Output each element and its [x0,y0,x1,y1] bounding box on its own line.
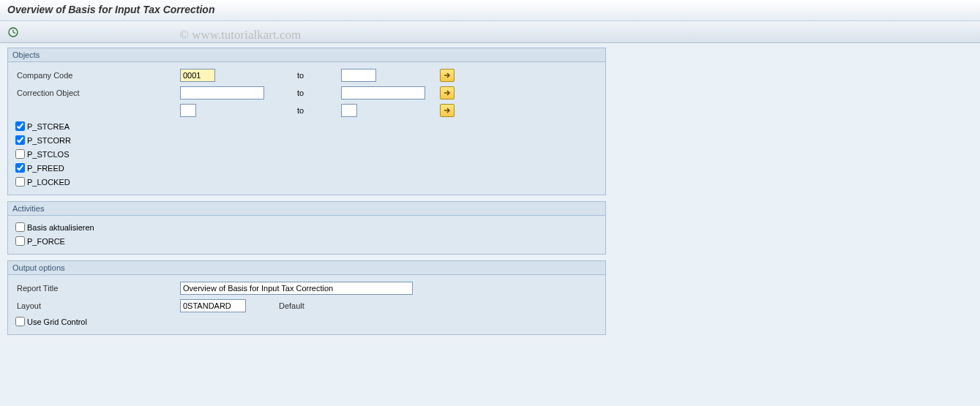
basis-row: Basis aktualisieren [15,220,598,234]
arrow-right-icon [444,107,451,114]
use-grid-row: Use Grid Control [15,315,598,328]
p-freed-row: P_FREED [15,161,598,175]
layout-default-label: Default [279,301,304,310]
p-force-row: P_FORCE [15,234,598,248]
objects-group: Objects Company Code to C [7,48,606,195]
layout-label: Layout [15,301,180,310]
blank-row: to [15,102,598,119]
p-stcorr-checkbox[interactable] [15,135,25,145]
p-freed-checkbox[interactable] [15,163,25,173]
p-force-checkbox[interactable] [15,236,25,246]
p-stcorr-row: P_STCORR [15,133,598,147]
p-locked-label: P_LOCKED [27,178,70,187]
basis-label: Basis aktualisieren [27,223,94,232]
arrow-right-icon [444,89,451,97]
p-stcrea-label: P_STCREA [27,122,70,131]
correction-object-row: Correction Object to [15,84,598,102]
p-stcorr-label: P_STCORR [27,136,71,145]
company-code-multi-button[interactable] [440,69,455,82]
basis-checkbox[interactable] [15,222,25,232]
p-stcrea-checkbox[interactable] [15,121,25,131]
company-code-to-label: to [297,71,341,80]
blank-to-label: to [297,106,341,115]
use-grid-checkbox[interactable] [15,317,25,326]
report-title-input[interactable] [180,282,413,295]
objects-group-title: Objects [8,48,605,62]
company-code-to-input[interactable] [341,69,376,82]
clock-execute-icon [8,27,18,37]
correction-object-from-input[interactable] [180,86,264,99]
p-stcrea-row: P_STCREA [15,119,598,133]
report-title-row: Report Title [15,279,598,297]
company-code-from-input[interactable] [180,69,215,82]
blank-from-input[interactable] [180,104,196,117]
p-force-label: P_FORCE [27,237,65,246]
correction-object-multi-button[interactable] [440,86,455,99]
arrow-right-icon [444,72,451,79]
layout-input[interactable] [180,299,246,312]
execute-button[interactable] [6,25,20,40]
output-group-title: Output options [8,261,605,275]
content-area: Objects Company Code to C [0,43,980,406]
company-code-label: Company Code [15,71,180,80]
p-locked-checkbox[interactable] [15,177,25,187]
blank-to-input[interactable] [341,104,357,117]
p-stclos-checkbox[interactable] [15,149,25,159]
correction-object-to-label: to [297,89,341,97]
p-stclos-row: P_STCLOS [15,147,598,161]
page-title: Overview of Basis for Input Tax Correcti… [0,0,980,21]
p-freed-label: P_FREED [27,164,64,173]
correction-object-to-input[interactable] [341,86,425,99]
activities-group-title: Activities [8,202,605,216]
activities-group: Activities Basis aktualisieren P_FORCE [7,201,606,255]
svg-line-2 [13,32,15,34]
p-stclos-label: P_STCLOS [27,150,69,159]
output-group: Output options Report Title Layout Defau… [7,260,606,335]
use-grid-label: Use Grid Control [27,317,87,326]
company-code-row: Company Code to [15,67,598,84]
correction-object-label: Correction Object [15,89,180,97]
layout-row: Layout Default [15,297,598,315]
toolbar [0,21,980,43]
p-locked-row: P_LOCKED [15,175,598,189]
report-title-label: Report Title [15,284,180,293]
blank-multi-button[interactable] [440,104,455,117]
